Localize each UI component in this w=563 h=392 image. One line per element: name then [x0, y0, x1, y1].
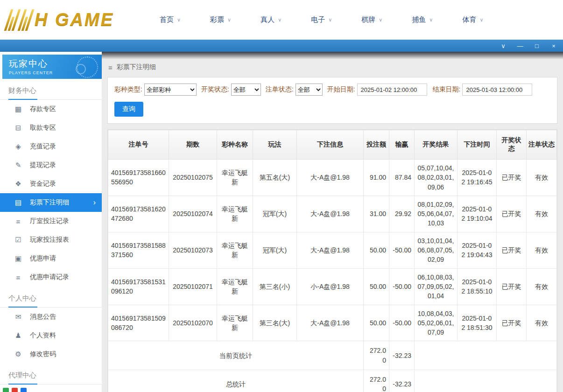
summary-winloss-total: -32.23 [389, 370, 415, 392]
sidebar-item-label: 厅室投注记录 [30, 217, 69, 225]
sidebar-item-withdraw-record[interactable]: ✎ 提现记录 [0, 156, 102, 175]
column-header: 玩法 [253, 130, 297, 160]
summary-label: 总统计 [108, 370, 364, 392]
table-cell: 2025-01-02 19:16:45 [457, 160, 497, 196]
table-cell: 有效 [527, 232, 557, 268]
table-row: 401569173581660556950 20250102075 幸运飞艇新 … [108, 160, 557, 196]
funds-icon: ❖ [14, 180, 22, 188]
table-cell: 冠军(大) [253, 232, 297, 268]
summary-label: 当前页统计 [108, 341, 364, 370]
window-close-button[interactable]: × [550, 43, 557, 49]
table-cell: 2025-01-02 18:51:30 [457, 305, 497, 341]
window-chevron-button[interactable]: ∨ [500, 43, 507, 49]
table-cell: 2025-01-02 18:55:10 [457, 268, 497, 305]
sidebar-item-lottery-bet-detail[interactable]: ▤ 彩票下注明细 › [0, 193, 102, 212]
table-cell: 03,10,01,04,06,08,07,05,02,09 [415, 232, 457, 268]
grand-summary-row: 总统计 272.00 -32.23 [108, 370, 557, 392]
hamburger-icon[interactable]: ≡ [108, 63, 113, 71]
chevron-down-icon: ∨ [328, 17, 332, 22]
sidebar-item-promo-apply-record[interactable]: ≡ 优惠申请记录 [0, 268, 102, 287]
sidebar-item-hall-bet-record[interactable]: ≡ 厅室投注记录 [0, 212, 102, 231]
nav-slots[interactable]: 电子 ∨ [311, 15, 332, 24]
section-finance-center: 财务中心 [0, 86, 102, 100]
nav-fishing[interactable]: 捕鱼 ∨ [412, 15, 433, 24]
nav-board-games[interactable]: 棋牌 ∨ [361, 15, 382, 24]
sidebar-item-label: 玩家投注报表 [30, 236, 69, 244]
nav-live[interactable]: 真人 ∨ [260, 15, 282, 24]
sidebar: 玩家中心 PLAYERS CENTER 财务中心 ▦ 存款专区 ⊟ 取款专区 ◈… [0, 52, 102, 392]
sidebar-item-recharge-record[interactable]: ◈ 充值记录 [0, 137, 102, 156]
table-cell: -50.00 [389, 268, 415, 305]
window-titlebar: ∨ — □ × [0, 40, 563, 52]
table-cell: 20250102071 [169, 268, 217, 305]
table-cell: 已开奖 [497, 160, 527, 196]
workspace: 玩家中心 PLAYERS CENTER 财务中心 ▦ 存款专区 ⊟ 取款专区 ◈… [0, 52, 563, 392]
main-nav: 首页 ∨ 彩票 ∨ 真人 ∨ 电子 ∨ 棋牌 ∨ 捕鱼 ∨ 体育 ∨ [160, 15, 483, 24]
window-maximize-button[interactable]: □ [533, 43, 541, 49]
logo-icon [4, 9, 35, 31]
nav-sports[interactable]: 体育 ∨ [462, 15, 483, 24]
taskbar-icon[interactable] [3, 388, 9, 392]
lottery-type-label: 彩种类型: [114, 85, 142, 94]
table-cell: 大-A盘@1.98 [297, 160, 364, 196]
sidebar-item-profile[interactable]: ♟ 个人资料 [0, 326, 102, 345]
nav-board-games-label: 棋牌 [361, 15, 375, 24]
table-cell: 冠军(大) [253, 196, 297, 232]
nav-home[interactable]: 首页 ∨ [160, 15, 181, 24]
sidebar-item-label: 优惠申请记录 [30, 273, 69, 281]
table-row: 401569173581588371560 20250102073 幸运飞艇新 … [108, 232, 557, 268]
nav-lottery[interactable]: 彩票 ∨ [210, 15, 231, 24]
lottery-type-select[interactable]: 全部彩种 [144, 84, 197, 96]
start-date-label: 开始日期: [327, 85, 355, 94]
table-cell: 大-A盘@1.98 [297, 196, 364, 232]
hall-bet-icon: ≡ [14, 217, 22, 225]
column-header: 开奖状态 [497, 130, 527, 160]
brand-logo[interactable]: H GAME [7, 9, 133, 31]
order-status-label: 注单状态: [266, 85, 294, 94]
draw-status-select[interactable]: 全部 [231, 84, 261, 96]
table-cell: 已开奖 [497, 305, 527, 341]
sidebar-item-deposit[interactable]: ▦ 存款专区 [0, 100, 102, 119]
window-minimize-button[interactable]: — [516, 43, 524, 49]
end-date-input[interactable] [462, 84, 532, 96]
breadcrumb: ≡ 彩票下注明细 [107, 52, 557, 77]
sidebar-item-funds-record[interactable]: ❖ 资金记录 [0, 175, 102, 193]
order-status-select[interactable]: 全部 [296, 84, 323, 96]
table-cell: 06,10,08,03,07,09,05,02,01,04 [415, 268, 457, 305]
table-cell: 401569173581588371560 [108, 232, 169, 268]
sidebar-item-announcements[interactable]: ✉ 消息公告 [0, 308, 102, 326]
column-header: 下注信息 [297, 130, 364, 160]
table-cell: 有效 [527, 268, 557, 305]
table-cell: 大-A盘@1.98 [297, 232, 364, 268]
table-cell: 08,01,02,09,05,06,04,07,10,03 [415, 196, 457, 232]
taskbar-icon[interactable] [12, 388, 18, 392]
sidebar-item-player-bet-report[interactable]: ☑ 玩家投注报表 [0, 231, 102, 249]
search-button[interactable]: 查询 [114, 102, 143, 117]
column-header: 下注时间 [457, 130, 497, 160]
table-cell: -50.00 [389, 232, 415, 268]
sidebar-item-change-password[interactable]: ⚙ 修改密码 [0, 345, 102, 364]
table-cell: 2025-01-02 19:10:04 [457, 196, 497, 232]
logo-text: H GAME [35, 10, 114, 30]
nav-live-label: 真人 [260, 15, 274, 24]
taskbar-icon[interactable] [21, 388, 27, 392]
sidebar-item-label: 资金记录 [30, 180, 56, 188]
main-content: ≡ 彩票下注明细 彩种类型: 全部彩种 开奖状态: 全部 注单状态: 全部 开始… [102, 52, 563, 392]
table-cell: 有效 [527, 305, 557, 341]
sidebar-item-withdraw[interactable]: ⊟ 取款专区 [0, 119, 102, 137]
nav-lottery-label: 彩票 [210, 15, 224, 24]
filter-row: 彩种类型: 全部彩种 开奖状态: 全部 注单状态: 全部 开始日期: 结束日期: [114, 84, 550, 96]
table-header-row: 注单号 期数 彩种名称 玩法 下注信息 投注额 输赢 开奖结果 下注时间 开奖状… [108, 130, 557, 160]
sidebar-item-promo-apply[interactable]: ▣ 优惠申请 [0, 249, 102, 268]
table-cell: 29.92 [389, 196, 415, 232]
taskbar-icons[interactable] [3, 388, 27, 392]
promo-record-icon: ≡ [14, 273, 22, 281]
nav-slots-label: 电子 [311, 15, 325, 24]
table-cell: 20250102074 [169, 196, 217, 232]
players-center-header: 玩家中心 PLAYERS CENTER [2, 55, 102, 79]
table-row: 401569173581620472680 20250102074 幸运飞艇新 … [108, 196, 557, 232]
start-date-input[interactable] [357, 84, 427, 96]
table-cell: 401569173581620472680 [108, 196, 169, 232]
table-cell: 2025-01-02 19:04:43 [457, 232, 497, 268]
sidebar-item-label: 提现记录 [30, 161, 56, 169]
